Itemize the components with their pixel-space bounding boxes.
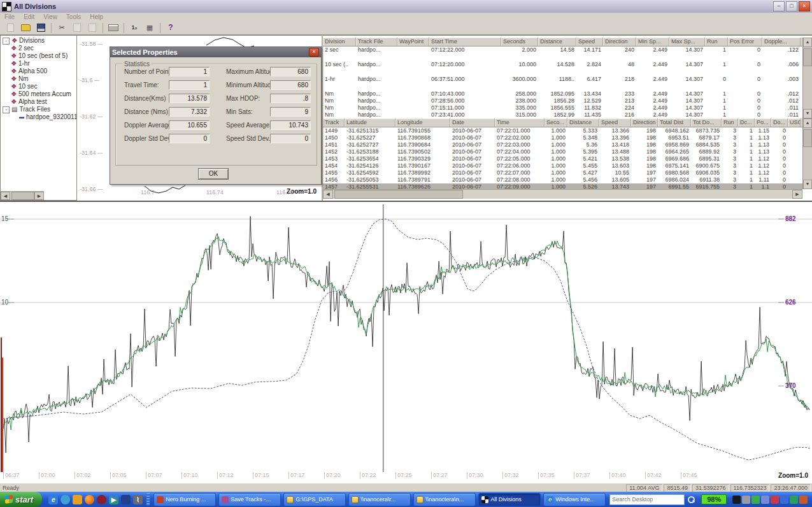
help-button[interactable]: ? <box>164 22 178 34</box>
cut-button[interactable]: ✂ <box>55 22 69 34</box>
division-table-vscrollbar[interactable]: ▲ ▼ <box>802 38 812 118</box>
tree-item-nm[interactable]: ❖Nm <box>1 75 76 83</box>
scrollbar-thumb[interactable] <box>803 129 812 147</box>
start-button[interactable]: start <box>0 492 42 507</box>
browser-globe-icon[interactable] <box>61 495 70 504</box>
gps-antenna-icon[interactable]: ⌇ <box>133 495 143 504</box>
scroll-down-icon[interactable]: ▼ <box>803 109 812 118</box>
ok-button[interactable]: OK <box>198 168 229 180</box>
column-header-max-sp[interactable]: Max Sp... <box>669 38 705 46</box>
tree-expander-icon[interactable]: - <box>3 38 10 45</box>
search-input[interactable] <box>609 494 685 505</box>
column-header-run[interactable]: Run <box>705 38 728 46</box>
task-button-windows-inte[interactable]: eWindows Inte... <box>543 493 606 506</box>
scrollbar-thumb[interactable] <box>803 48 812 66</box>
column-header-uso[interactable]: USO <box>788 118 801 127</box>
tree-item-alpha-500[interactable]: ❖Alpha 500 <box>1 68 76 75</box>
scroll-up-icon[interactable]: ▲ <box>803 38 812 47</box>
task-button-nero-burning[interactable]: Nero Burning ... <box>153 493 216 506</box>
tray-eject-icon[interactable] <box>799 496 808 504</box>
dialog-close-icon[interactable]: × <box>309 48 319 57</box>
field-value-travel-time[interactable]: 1 <box>169 80 210 90</box>
column-header-division[interactable]: Division <box>323 38 356 46</box>
table-row[interactable]: Nmhardpo...07:28:56.000238.0001856.2812.… <box>323 97 802 104</box>
column-header-dc[interactable]: Dc... <box>738 118 755 127</box>
tray-search-icon[interactable] <box>761 496 769 504</box>
track-table-vscrollbar[interactable]: ▲ ▼ <box>802 118 812 189</box>
table-row[interactable]: 1452-31.6253188116.73905022010-06-0707:2… <box>323 148 802 155</box>
field-value-max-hdop[interactable]: .8 <box>270 94 311 103</box>
column-header-run[interactable]: Run <box>722 118 738 127</box>
field-value-number-of-points[interactable]: 1 <box>169 67 210 76</box>
column-header-tot-do[interactable]: Tot Do... <box>691 118 722 127</box>
field-value-distance-nms[interactable]: 7.332 <box>169 107 210 117</box>
column-header-seconds[interactable]: Seconds <box>501 38 538 46</box>
tree-item-500-meters-accum[interactable]: ❖500 meters Accum <box>1 90 76 98</box>
menu-edit[interactable]: Edit <box>19 13 39 20</box>
column-header-dopple[interactable]: Dopple... <box>762 38 801 46</box>
column-header-longitude[interactable]: Longitude <box>395 118 450 127</box>
table-row[interactable]: 1455-31.6254592116.73899922010-06-0707:2… <box>323 169 802 176</box>
field-value-min-sats[interactable]: 9 <box>270 107 311 117</box>
task-button-g-gps-data[interactable]: G:\GPS_DATA <box>283 493 346 506</box>
table-row[interactable]: 1453-31.6253654116.73903292010-06-0707:2… <box>323 155 802 162</box>
maximize-button[interactable]: □ <box>786 1 797 11</box>
column-header-total-dist[interactable]: Total Dist <box>658 118 691 127</box>
column-header-direction[interactable]: Direction <box>631 118 658 127</box>
table-row[interactable] <box>323 54 802 61</box>
table-row[interactable]: 1456-31.6255053116.73897912010-06-0707:2… <box>323 176 802 183</box>
column-header-track[interactable]: Track <box>323 118 345 127</box>
table-row[interactable]: 1-hrhardpo...06:37:51.0003600.0001188..6… <box>323 76 802 83</box>
paste-button[interactable] <box>85 22 99 34</box>
column-header-latitude[interactable]: Latitude <box>345 118 395 127</box>
scroll-left-icon[interactable]: ◀ <box>323 190 333 199</box>
print-button[interactable] <box>106 22 120 34</box>
task-button-nanoctera-n[interactable]: \\nanoctera\n... <box>413 493 476 506</box>
scroll-up-icon[interactable]: ▲ <box>803 118 812 128</box>
scroll-right-icon[interactable]: ▶ <box>34 192 44 200</box>
minimize-button[interactable]: – <box>773 1 785 11</box>
menu-file[interactable]: File <box>0 13 19 20</box>
tray-app-icon[interactable] <box>732 496 741 504</box>
table-row[interactable]: 1454-31.6254126116.73901672010-06-0707:2… <box>323 162 802 169</box>
table-row[interactable] <box>323 68 802 76</box>
scrollbar-thumb[interactable] <box>334 190 463 199</box>
column-header-start-time[interactable]: Start Time <box>429 38 501 46</box>
field-value-doppler-average[interactable]: 10.655 <box>169 120 210 130</box>
field-value-distance-kms[interactable]: 13.578 <box>169 94 210 103</box>
firefox-icon[interactable] <box>85 495 94 504</box>
tray-messenger-icon[interactable] <box>771 496 779 504</box>
track-table-hscrollbar[interactable]: ◀ ▶ <box>323 189 802 199</box>
agent-icon[interactable] <box>73 495 82 504</box>
title-bar[interactable]: All Divisions – □ × <box>0 0 812 13</box>
tray-display-icon[interactable] <box>780 496 788 504</box>
speed-altitude-chart[interactable]: 06:3707:0007:0207:0507:0707:1007:1207:15… <box>0 201 812 483</box>
menu-help[interactable]: Help <box>85 13 108 20</box>
media-player-icon[interactable]: ▶ <box>109 495 118 504</box>
menu-tools[interactable]: Tools <box>62 13 85 20</box>
task-button-save-tracks[interactable]: Save Tracks -... <box>218 493 281 506</box>
scroll-right-icon[interactable]: ▶ <box>792 190 802 199</box>
table-button[interactable]: ▦ <box>143 22 157 34</box>
table-row[interactable]: 1451-31.6252727116.73906842010-06-0707:2… <box>323 141 802 148</box>
tray-status-icon[interactable] <box>751 496 760 504</box>
search-icon[interactable] <box>687 496 695 503</box>
table-row[interactable]: Nmhardpo...07:10:43.000258.0001852.09513… <box>323 90 802 97</box>
copy-button[interactable] <box>70 22 84 34</box>
field-value-speed-std-dev[interactable]: 0 <box>270 134 311 143</box>
tray-network-icon[interactable] <box>790 496 798 504</box>
column-header-speed[interactable]: Speed <box>576 38 603 46</box>
column-header-date[interactable]: Date <box>450 118 495 127</box>
table-row[interactable]: 10 sec (..hardpo...07:12:20.00010.00014.… <box>323 61 802 68</box>
column-header-distance[interactable]: Distance <box>538 38 576 46</box>
tree-item-track-files[interactable]: -▤Track Files <box>1 106 76 113</box>
table-row[interactable]: Nmhardpo...07:23:41.000315.0001852.9911.… <box>323 111 802 118</box>
field-value-minimum-altitude-m[interactable]: 680 <box>270 80 311 90</box>
field-value-maximum-altitude-m[interactable]: 680 <box>270 67 311 76</box>
table-row[interactable]: 1449-31.6251315116.73910552010-06-0707:2… <box>323 127 802 134</box>
table-row[interactable]: Nmhardpo...07:15:11.000335.0001856.55511… <box>323 104 802 111</box>
tray-clock-icon[interactable] <box>742 496 750 504</box>
table-row[interactable]: 1450-31.625227116.73908682010-06-0707:22… <box>323 134 802 141</box>
tree-item-1-hr[interactable]: ❖1-hr <box>1 60 76 68</box>
table-row[interactable] <box>323 83 802 90</box>
